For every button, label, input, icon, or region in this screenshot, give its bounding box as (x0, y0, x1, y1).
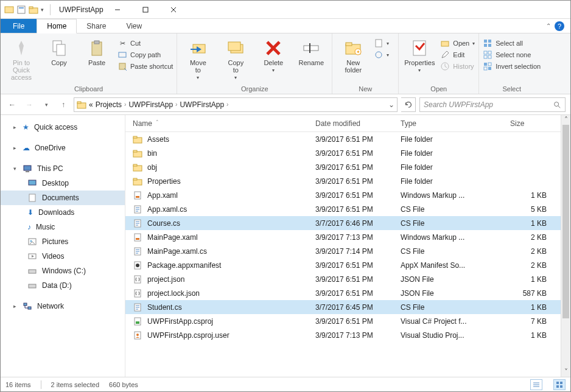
copy-button[interactable]: Copy (42, 36, 76, 66)
new-folder-button[interactable]: ✦ New folder (336, 36, 370, 74)
ribbon: Pin to Quick access Copy Paste ✂Cut Copy… (1, 33, 570, 94)
maximize-button[interactable] (131, 1, 159, 19)
qat-newfolder-icon[interactable] (29, 5, 38, 15)
nav-back-button[interactable]: ← (5, 98, 19, 111)
table-row[interactable]: bin3/9/2017 6:51 PMFile folder (125, 146, 561, 160)
table-row[interactable]: App.xaml3/9/2017 6:51 PMWindows Markup .… (125, 188, 561, 202)
table-row[interactable]: Package.appxmanifest3/9/2017 6:51 PMAppX… (125, 258, 561, 272)
cut-button[interactable]: ✂Cut (117, 38, 173, 48)
nav-downloads[interactable]: ⬇Downloads (1, 205, 125, 220)
breadcrumb-item[interactable]: UWPFirstApp (180, 100, 224, 109)
file-date: 3/9/2017 7:14 PM (315, 247, 401, 256)
tab-view[interactable]: View (116, 19, 152, 33)
file-type: Visual C# Project f... (401, 317, 510, 326)
svg-text:✦: ✦ (356, 49, 360, 55)
properties-button[interactable]: Properties ▾ (402, 36, 436, 73)
table-row[interactable]: obj3/9/2017 6:51 PMFile folder (125, 160, 561, 174)
qat-customize-caret[interactable]: ▾ (41, 7, 44, 13)
nav-up-button[interactable]: ↑ (57, 98, 70, 111)
table-row[interactable]: MainPage.xaml.cs3/9/2017 7:14 PMCS File2… (125, 244, 561, 258)
onedrive-icon: ☁ (23, 144, 30, 152)
view-details-button[interactable] (530, 379, 542, 390)
nav-music[interactable]: ♪Music (1, 220, 125, 234)
chevron-right-icon[interactable]: › (226, 101, 228, 108)
chevron-right-icon[interactable]: › (124, 101, 126, 108)
scrollbar-vertical[interactable]: ˄ ˅ (561, 115, 570, 377)
ribbon-group-clipboard: Pin to Quick access Copy Paste ✂Cut Copy… (1, 33, 177, 94)
file-size: 587 KB (510, 289, 559, 298)
address-dropdown-caret[interactable]: ⌄ (388, 100, 394, 109)
search-input[interactable]: Search UWPFirstApp (419, 97, 566, 112)
breadcrumb-item[interactable]: Projects (96, 100, 122, 109)
select-all-button[interactable]: Select all (483, 38, 541, 48)
table-row[interactable]: App.xaml.cs3/9/2017 6:51 PMCS File5 KB (125, 202, 561, 216)
table-row[interactable]: Course.cs3/7/2017 6:46 PMCS File1 KB (125, 216, 561, 230)
nav-network[interactable]: ▸Network (1, 299, 125, 313)
file-name: project.lock.json (147, 289, 200, 298)
scroll-up-button[interactable]: ˄ (561, 115, 570, 125)
column-header-date[interactable]: Date modified (315, 119, 401, 128)
table-row[interactable]: UWPFirstApp.csproj3/9/2017 6:51 PMVisual… (125, 314, 561, 328)
pin-icon (12, 38, 31, 58)
file-type: CS File (401, 247, 510, 256)
close-button[interactable] (159, 1, 187, 19)
help-button[interactable]: ? (555, 21, 564, 31)
nav-videos[interactable]: Videos (1, 249, 125, 264)
easy-access-button[interactable]: ▾ (374, 50, 394, 60)
rename-button[interactable]: Rename (294, 36, 328, 66)
copy-path-button[interactable]: Copy path (117, 50, 173, 60)
chevron-right-icon[interactable]: › (175, 101, 177, 108)
new-item-button[interactable]: ▾ (374, 38, 394, 48)
refresh-button[interactable] (401, 97, 416, 112)
table-row[interactable]: MainPage.xaml3/9/2017 7:13 PMWindows Mar… (125, 230, 561, 244)
nav-forward-button[interactable]: → (23, 98, 36, 111)
ribbon-collapse-caret[interactable]: ⌃ (546, 23, 551, 29)
paste-shortcut-button[interactable]: Paste shortcut (117, 61, 173, 71)
nav-onedrive[interactable]: ▸☁OneDrive (1, 141, 125, 155)
address-box[interactable]: « Projects› UWPFirstApp› UWPFirstApp› ⌄ (74, 97, 398, 112)
nav-pictures[interactable]: Pictures (1, 234, 125, 249)
nav-documents[interactable]: Documents (1, 191, 125, 205)
nav-windows-c[interactable]: Windows (C:) (1, 264, 125, 278)
tab-home[interactable]: Home (37, 19, 77, 33)
column-header-type[interactable]: Type (401, 119, 510, 128)
copy-to-button[interactable]: Copy to ▾ (219, 36, 253, 80)
table-row[interactable]: UWPFirstApp.csproj.user3/9/2017 7:13 PMV… (125, 328, 561, 342)
file-name: MainPage.xaml.cs (147, 247, 207, 256)
scroll-down-button[interactable]: ˅ (561, 367, 570, 377)
ribbon-group-label-organize: Organize (181, 84, 328, 93)
invert-selection-button[interactable]: Invert selection (483, 61, 541, 71)
table-row[interactable]: project.lock.json3/9/2017 6:51 PMJSON Fi… (125, 286, 561, 300)
open-button[interactable]: Open ▾ (440, 38, 475, 48)
tab-file[interactable]: File (1, 19, 37, 33)
breadcrumb-prefix[interactable]: « (89, 100, 93, 109)
nav-recent-caret[interactable]: ▾ (40, 98, 53, 111)
nav-desktop[interactable]: Desktop (1, 176, 125, 191)
view-large-icons-button[interactable] (553, 379, 566, 390)
scroll-thumb[interactable] (562, 125, 569, 318)
history-button[interactable]: History (440, 61, 475, 71)
qat-properties-icon[interactable] (16, 5, 26, 15)
delete-button[interactable]: Delete ▾ (256, 36, 290, 73)
svg-rect-49 (29, 180, 36, 185)
minimize-button[interactable] (103, 1, 131, 19)
table-row[interactable]: Student.cs3/7/2017 6:45 PMCS File1 KB (125, 300, 561, 314)
move-to-button[interactable]: Move to ▾ (181, 36, 215, 80)
table-row[interactable]: project.json3/9/2017 6:51 PMJSON File1 K… (125, 272, 561, 286)
nav-data-d[interactable]: Data (D:) (1, 278, 125, 293)
column-header-name[interactable]: Name (133, 119, 152, 128)
svg-rect-66 (135, 192, 141, 199)
select-none-button[interactable]: Select none (483, 50, 541, 60)
paste-button[interactable]: Paste (80, 36, 114, 66)
nav-this-pc[interactable]: ▾This PC (1, 161, 125, 176)
pin-to-quick-access-button[interactable]: Pin to Quick access (4, 36, 38, 81)
edit-button[interactable]: Edit (440, 50, 475, 60)
svg-rect-1 (18, 6, 25, 13)
table-row[interactable]: Assets3/9/2017 6:51 PMFile folder (125, 132, 561, 146)
column-header-size[interactable]: Size (510, 119, 559, 128)
svg-rect-37 (484, 55, 487, 58)
tab-share[interactable]: Share (77, 19, 116, 33)
table-row[interactable]: Properties3/9/2017 6:51 PMFile folder (125, 174, 561, 188)
breadcrumb-item[interactable]: UWPFirstApp (128, 100, 173, 109)
nav-quick-access[interactable]: ▸★Quick access (1, 120, 125, 135)
